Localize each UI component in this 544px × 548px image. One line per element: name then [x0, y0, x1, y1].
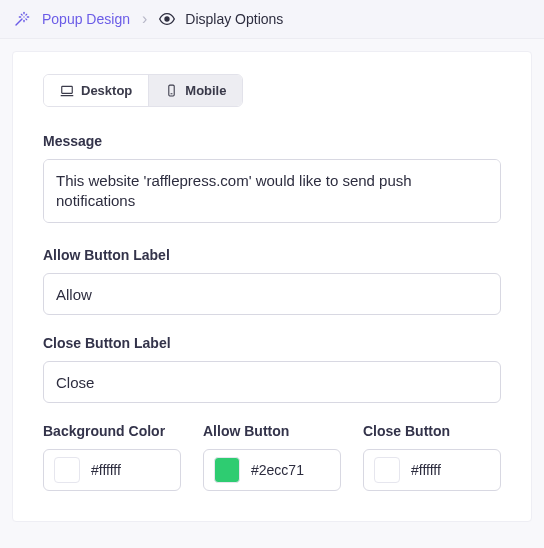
close-button-color-input[interactable]: #ffffff — [363, 449, 501, 491]
close-button-color-value: #ffffff — [411, 462, 441, 478]
allow-button-color-label: Allow Button — [203, 423, 341, 439]
tab-mobile-label: Mobile — [185, 83, 226, 98]
chevron-right-icon: › — [142, 10, 147, 28]
eye-icon — [159, 11, 175, 27]
allow-button-color-value: #2ecc71 — [251, 462, 304, 478]
mobile-icon — [165, 84, 178, 97]
desktop-icon — [60, 84, 74, 98]
background-color-value: #ffffff — [91, 462, 121, 478]
tab-mobile[interactable]: Mobile — [148, 75, 242, 106]
background-color-input[interactable]: #ffffff — [43, 449, 181, 491]
svg-rect-1 — [62, 86, 73, 93]
tab-desktop-label: Desktop — [81, 83, 132, 98]
message-label: Message — [43, 133, 501, 149]
device-tabs: Desktop Mobile — [43, 74, 243, 107]
allow-button-label-input[interactable] — [43, 273, 501, 315]
close-button-label-label: Close Button Label — [43, 335, 501, 351]
field-close-button-color: Close Button #ffffff — [363, 423, 501, 491]
settings-panel: Desktop Mobile Message Allow Button Labe… — [12, 51, 532, 522]
breadcrumb-parent-link[interactable]: Popup Design — [42, 11, 130, 27]
field-allow-label: Allow Button Label — [43, 247, 501, 315]
close-button-label-input[interactable] — [43, 361, 501, 403]
wand-icon — [14, 11, 30, 27]
color-row: Background Color #ffffff Allow Button #2… — [43, 423, 501, 491]
breadcrumb-current-label: Display Options — [185, 11, 283, 27]
breadcrumb: Popup Design › Display Options — [0, 0, 544, 39]
message-input[interactable] — [43, 159, 501, 223]
field-message: Message — [43, 133, 501, 227]
allow-button-color-swatch — [214, 457, 240, 483]
close-button-color-label: Close Button — [363, 423, 501, 439]
allow-button-label-label: Allow Button Label — [43, 247, 501, 263]
breadcrumb-current: Display Options — [159, 11, 283, 27]
field-background-color: Background Color #ffffff — [43, 423, 181, 491]
allow-button-color-input[interactable]: #2ecc71 — [203, 449, 341, 491]
svg-point-0 — [165, 17, 169, 21]
close-button-color-swatch — [374, 457, 400, 483]
field-allow-button-color: Allow Button #2ecc71 — [203, 423, 341, 491]
background-color-label: Background Color — [43, 423, 181, 439]
tab-desktop[interactable]: Desktop — [44, 75, 148, 106]
background-color-swatch — [54, 457, 80, 483]
field-close-label: Close Button Label — [43, 335, 501, 403]
